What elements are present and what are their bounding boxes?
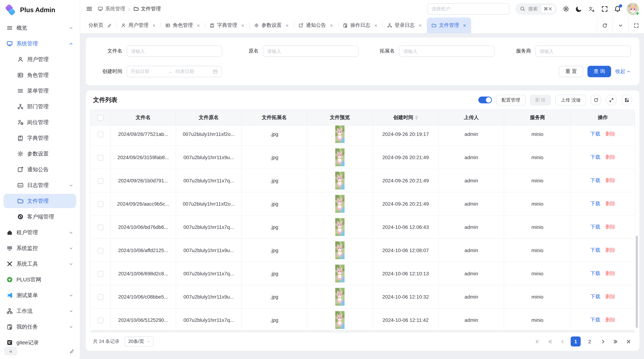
first-page-button[interactable] — [533, 337, 542, 346]
close-icon[interactable] — [241, 23, 245, 27]
next-page-button[interactable] — [598, 337, 607, 346]
sidebar-pin-button[interactable] — [68, 347, 76, 355]
file-preview-thumbnail[interactable] — [335, 172, 344, 190]
row-checkbox[interactable] — [98, 201, 103, 207]
provider-input[interactable] — [536, 45, 631, 57]
file-preview-thumbnail[interactable] — [335, 288, 344, 306]
search-toggle[interactable] — [478, 96, 492, 103]
collapse-filters-link[interactable]: 收起 — [616, 68, 631, 75]
sidebar-item-monitor[interactable]: 系统监控 — [4, 241, 76, 255]
delete-link[interactable]: 删除 — [605, 294, 616, 299]
sidebar-item-menus[interactable]: 菜单管理 — [4, 84, 76, 98]
download-link[interactable]: 下载 — [590, 294, 600, 299]
tab-operation-log[interactable]: 操作日志 — [338, 17, 382, 33]
delete-link[interactable]: 删除 — [605, 201, 616, 206]
row-checkbox[interactable] — [98, 132, 103, 137]
download-link[interactable]: 下载 — [590, 270, 600, 276]
close-icon[interactable] — [374, 23, 378, 27]
sidebar-item-logs[interactable]: 日志管理 — [4, 178, 76, 192]
date-range-picker[interactable]: 开始日期 → 结束日期 — [127, 66, 222, 77]
sidebar-item-departments[interactable]: 部门管理 — [4, 99, 76, 114]
close-icon[interactable] — [462, 23, 466, 27]
delete-link[interactable]: 删除 — [605, 224, 616, 230]
page-number-1[interactable]: 1 — [571, 337, 581, 347]
select-all-checkbox[interactable] — [98, 115, 103, 121]
sidebar-item-tools[interactable]: 系统工具 — [4, 257, 76, 271]
page-size-select[interactable]: 20条/页 — [124, 337, 153, 347]
row-checkbox[interactable] — [98, 294, 103, 300]
sidebar-item-clients[interactable]: 客户端管理 — [4, 210, 76, 224]
download-link[interactable]: 下载 — [590, 247, 600, 253]
file-name-input[interactable] — [127, 45, 222, 57]
table-fullscreen-button[interactable] — [606, 94, 617, 105]
file-preview-thumbnail[interactable] — [335, 148, 344, 166]
delete-link[interactable]: 删除 — [605, 177, 616, 183]
delete-link[interactable]: 删除 — [605, 247, 616, 253]
file-preview-thumbnail[interactable] — [335, 265, 344, 283]
row-checkbox[interactable] — [98, 271, 103, 277]
settings-gear-icon[interactable] — [562, 5, 570, 12]
hamburger-icon[interactable] — [86, 5, 93, 12]
translate-icon[interactable] — [588, 5, 595, 12]
file-preview-thumbnail[interactable] — [335, 311, 344, 329]
prev-page-button[interactable] — [558, 337, 567, 346]
download-link[interactable]: 下载 — [590, 131, 600, 137]
row-checkbox[interactable] — [98, 225, 103, 230]
tab-list-dropdown-button[interactable] — [612, 17, 628, 33]
breadcrumb-current[interactable]: 文件管理 — [133, 5, 161, 12]
sidebar-item-test-menu[interactable]: 测试菜单 — [4, 288, 76, 303]
close-icon[interactable] — [152, 23, 156, 27]
pin-icon[interactable] — [107, 23, 112, 28]
fullscreen-icon[interactable] — [601, 5, 608, 12]
file-preview-thumbnail[interactable] — [335, 195, 344, 213]
sidebar-item-posts[interactable]: 岗位管理 — [4, 115, 76, 129]
sidebar-item-system[interactable]: 系统管理 — [4, 36, 76, 51]
jump-back-button[interactable] — [546, 337, 554, 346]
refresh-tab-button[interactable] — [597, 17, 612, 33]
tab-roles[interactable]: 角色管理 — [161, 17, 205, 33]
jump-forward-button[interactable] — [611, 337, 620, 346]
sidebar-item-workflow[interactable]: 工作流 — [4, 304, 76, 318]
origin-name-input[interactable] — [263, 45, 358, 57]
tab-params[interactable]: 参数设置 — [249, 17, 294, 33]
download-link[interactable]: 下载 — [590, 224, 600, 230]
file-preview-thumbnail[interactable] — [335, 125, 344, 143]
user-avatar[interactable] — [627, 3, 639, 15]
page-number-2[interactable]: 2 — [584, 337, 595, 347]
vertical-scrollbar-thumb[interactable] — [636, 236, 638, 328]
extension-input[interactable] — [399, 45, 495, 57]
sidebar-item-my-tasks[interactable]: 我的任务 — [4, 320, 76, 334]
delete-link[interactable]: 删除 — [605, 270, 616, 276]
tenant-select-input[interactable] — [427, 3, 509, 14]
row-checkbox[interactable] — [98, 318, 103, 323]
delete-button[interactable]: 删 除 — [530, 95, 551, 105]
sidebar-item-notices[interactable]: 通知公告 — [4, 162, 76, 177]
download-link[interactable]: 下载 — [590, 201, 600, 206]
sidebar-item-dict[interactable]: 字典管理 — [4, 131, 76, 145]
notifications-bell[interactable] — [614, 5, 621, 12]
tab-dict[interactable]: 字典管理 — [205, 17, 249, 33]
download-link[interactable]: 下载 — [590, 317, 600, 323]
tab-notices[interactable]: 通知公告 — [294, 17, 338, 33]
breadcrumb-system[interactable]: 系统管理 — [98, 5, 125, 12]
query-button[interactable]: 查 询 — [588, 66, 611, 77]
config-management-button[interactable]: 配置管理 — [496, 95, 526, 105]
file-preview-thumbnail[interactable] — [335, 241, 344, 259]
download-link[interactable]: 下载 — [590, 177, 600, 183]
sidebar-item-params[interactable]: 参数设置 — [4, 147, 76, 161]
sort-carets-icon[interactable] — [415, 115, 418, 120]
row-checkbox[interactable] — [98, 248, 103, 254]
tab-file-management[interactable]: 文件管理 — [427, 17, 471, 33]
tab-users[interactable]: 用户管理 — [116, 17, 161, 33]
close-icon[interactable] — [330, 23, 334, 27]
last-page-button[interactable] — [624, 337, 632, 346]
delete-link[interactable]: 删除 — [605, 131, 616, 137]
table-body[interactable]: 2024/09/26/77521ab... 007u2bluly1hrr11xf… — [86, 125, 639, 329]
sidebar-item-roles[interactable]: 角色管理 — [4, 68, 76, 82]
sidebar-item-tenant[interactable]: 租户管理 — [4, 225, 76, 240]
column-created[interactable]: 创建时间 — [373, 110, 438, 125]
reset-button[interactable]: 重 置 — [559, 66, 583, 77]
sidebar-item-users[interactable]: 用户管理 — [4, 52, 76, 66]
close-icon[interactable] — [418, 23, 422, 27]
row-checkbox[interactable] — [98, 155, 103, 161]
